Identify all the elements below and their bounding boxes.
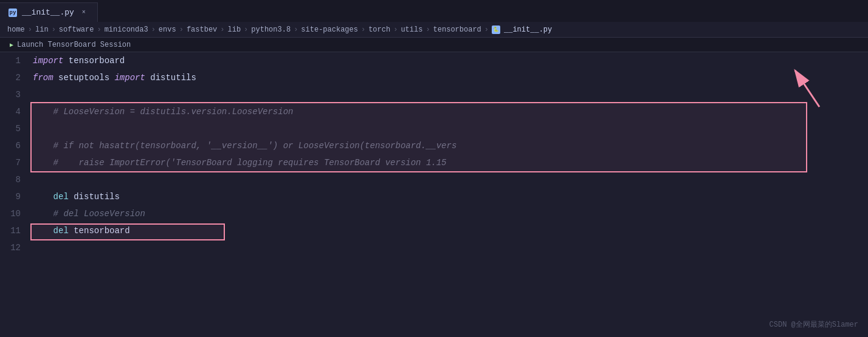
line-num-10: 10: [0, 205, 30, 222]
line-content-6: # if not hasattr(tensorboard, '__version…: [30, 137, 868, 154]
line-content-5: [30, 120, 868, 137]
code-line-12: 12: [0, 239, 868, 256]
breadcrumb-filename: __init__.py: [504, 26, 552, 34]
python-breadcrumb-icon: 🐍: [492, 26, 500, 34]
python-file-icon: py: [9, 9, 17, 17]
line-num-11: 11: [0, 222, 30, 239]
line-content-12: [30, 239, 868, 256]
code-line-1: 1 import tensorboard: [0, 52, 868, 69]
line-num-8: 8: [0, 171, 30, 188]
code-line-2: 2 from setuptools import distutils: [0, 69, 868, 86]
line-num-2: 2: [0, 69, 30, 86]
line-content-10: # del LooseVersion: [30, 205, 868, 222]
code-editor: 1 import tensorboard 2 from setuptools i…: [0, 52, 868, 337]
line-content-8: [30, 171, 868, 188]
breadcrumb: home › lin › software › miniconda3 › env…: [0, 22, 868, 38]
line-num-9: 9: [0, 188, 30, 205]
line-content-1: import tensorboard: [30, 52, 868, 69]
code-line-5: 5: [0, 120, 868, 137]
line-content-3: [30, 86, 868, 103]
watermark: CSDN @全网最菜的Slamer: [770, 319, 858, 330]
launch-tensorboard-label: Launch TensorBoard Session: [17, 41, 131, 49]
line-num-7: 7: [0, 154, 30, 171]
code-line-11: 11 del tensorboard: [0, 222, 868, 239]
code-line-7: 7 # raise ImportError('TensorBoard loggi…: [0, 154, 868, 171]
tab-label: __init__.py: [22, 8, 74, 17]
code-line-8: 8: [0, 171, 868, 188]
code-container: 1 import tensorboard 2 from setuptools i…: [0, 52, 868, 337]
code-line-9: 9 del distutils: [0, 188, 868, 205]
line-content-9: del distutils: [30, 188, 868, 205]
line-content-2: from setuptools import distutils: [30, 69, 868, 86]
code-line-4: 4 # LooseVersion = distutils.version.Loo…: [0, 103, 868, 120]
code-line-3: 3: [0, 86, 868, 103]
code-line-6: 6 # if not hasattr(tensorboard, '__versi…: [0, 137, 868, 154]
line-num-12: 12: [0, 239, 30, 256]
code-line-10: 10 # del LooseVersion: [0, 205, 868, 222]
line-num-3: 3: [0, 86, 30, 103]
line-num-4: 4: [0, 103, 30, 120]
play-icon: ▶: [10, 41, 13, 49]
tab-close-button[interactable]: ×: [79, 8, 89, 18]
line-content-11: del tensorboard: [30, 222, 868, 239]
line-num-6: 6: [0, 137, 30, 154]
line-content-7: # raise ImportError('TensorBoard logging…: [30, 154, 868, 171]
launch-tensorboard-bar[interactable]: ▶ Launch TensorBoard Session: [0, 38, 868, 52]
tab-bar: py __init__.py ×: [0, 0, 868, 22]
tab-init-py[interactable]: py __init__.py ×: [0, 2, 98, 22]
line-num-1: 1: [0, 52, 30, 69]
line-num-5: 5: [0, 120, 30, 137]
line-content-4: # LooseVersion = distutils.version.Loose…: [30, 103, 868, 120]
